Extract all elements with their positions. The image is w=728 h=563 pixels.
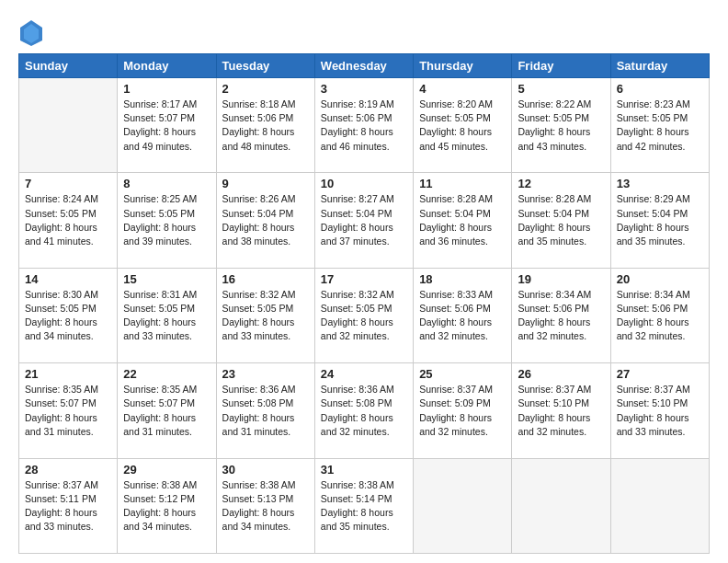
day-number: 14 <box>25 272 111 286</box>
day-number: 3 <box>321 82 407 96</box>
calendar-cell: 11Sunrise: 8:28 AMSunset: 5:04 PMDayligh… <box>414 173 512 268</box>
calendar-cell <box>610 458 709 553</box>
calendar-cell: 13Sunrise: 8:29 AMSunset: 5:04 PMDayligh… <box>610 173 709 268</box>
day-info: Sunrise: 8:24 AMSunset: 5:05 PMDaylight:… <box>25 192 111 248</box>
weekday-header: Wednesday <box>314 54 413 78</box>
day-info: Sunrise: 8:28 AMSunset: 5:04 PMDaylight:… <box>419 192 506 248</box>
calendar-cell <box>512 458 610 553</box>
calendar-cell: 28Sunrise: 8:37 AMSunset: 5:11 PMDayligh… <box>19 458 118 553</box>
day-number: 9 <box>222 177 309 190</box>
day-info: Sunrise: 8:33 AMSunset: 5:06 PMDaylight:… <box>419 288 506 344</box>
day-info: Sunrise: 8:38 AMSunset: 5:13 PMDaylight:… <box>222 478 309 534</box>
day-info: Sunrise: 8:27 AMSunset: 5:04 PMDaylight:… <box>321 192 407 248</box>
day-number: 25 <box>419 367 506 381</box>
day-number: 31 <box>321 463 407 477</box>
day-info: Sunrise: 8:37 AMSunset: 5:10 PMDaylight:… <box>518 383 604 439</box>
weekday-header: Sunday <box>19 54 118 78</box>
day-number: 21 <box>25 367 111 381</box>
day-info: Sunrise: 8:18 AMSunset: 5:06 PMDaylight:… <box>222 98 309 154</box>
day-number: 8 <box>123 177 210 190</box>
day-info: Sunrise: 8:36 AMSunset: 5:08 PMDaylight:… <box>321 383 407 439</box>
calendar-cell: 30Sunrise: 8:38 AMSunset: 5:13 PMDayligh… <box>216 458 314 553</box>
calendar-cell: 22Sunrise: 8:35 AMSunset: 5:07 PMDayligh… <box>118 363 216 458</box>
day-number: 1 <box>123 82 210 96</box>
day-info: Sunrise: 8:34 AMSunset: 5:06 PMDaylight:… <box>518 288 604 344</box>
calendar-cell: 14Sunrise: 8:30 AMSunset: 5:05 PMDayligh… <box>19 268 118 362</box>
calendar-week-row: 14Sunrise: 8:30 AMSunset: 5:05 PMDayligh… <box>19 268 710 362</box>
day-number: 26 <box>518 367 604 381</box>
day-number: 28 <box>25 463 111 477</box>
weekday-header: Friday <box>512 54 610 78</box>
calendar-cell: 27Sunrise: 8:37 AMSunset: 5:10 PMDayligh… <box>610 363 709 458</box>
calendar-cell: 12Sunrise: 8:28 AMSunset: 5:04 PMDayligh… <box>512 173 610 268</box>
day-number: 12 <box>518 177 604 190</box>
calendar-header-row: SundayMondayTuesdayWednesdayThursdayFrid… <box>19 54 710 78</box>
day-number: 30 <box>222 463 309 477</box>
day-number: 4 <box>419 82 506 96</box>
day-number: 29 <box>123 463 210 477</box>
day-info: Sunrise: 8:37 AMSunset: 5:10 PMDaylight:… <box>617 383 703 439</box>
day-info: Sunrise: 8:35 AMSunset: 5:07 PMDaylight:… <box>25 383 111 439</box>
day-info: Sunrise: 8:17 AMSunset: 5:07 PMDaylight:… <box>123 98 210 154</box>
calendar-cell: 1Sunrise: 8:17 AMSunset: 5:07 PMDaylight… <box>118 78 216 173</box>
calendar-cell: 5Sunrise: 8:22 AMSunset: 5:05 PMDaylight… <box>512 78 610 173</box>
calendar-cell: 23Sunrise: 8:36 AMSunset: 5:08 PMDayligh… <box>216 363 314 458</box>
calendar-cell: 2Sunrise: 8:18 AMSunset: 5:06 PMDaylight… <box>216 78 314 173</box>
day-info: Sunrise: 8:38 AMSunset: 5:14 PMDaylight:… <box>321 478 407 534</box>
day-number: 19 <box>518 272 604 286</box>
calendar-cell: 10Sunrise: 8:27 AMSunset: 5:04 PMDayligh… <box>314 173 413 268</box>
day-number: 2 <box>222 82 309 96</box>
day-number: 20 <box>617 272 703 286</box>
calendar-cell: 3Sunrise: 8:19 AMSunset: 5:06 PMDaylight… <box>314 78 413 173</box>
calendar-cell: 24Sunrise: 8:36 AMSunset: 5:08 PMDayligh… <box>314 363 413 458</box>
day-info: Sunrise: 8:37 AMSunset: 5:09 PMDaylight:… <box>419 383 506 439</box>
calendar-week-row: 21Sunrise: 8:35 AMSunset: 5:07 PMDayligh… <box>19 363 710 458</box>
calendar-cell: 7Sunrise: 8:24 AMSunset: 5:05 PMDaylight… <box>19 173 118 268</box>
day-info: Sunrise: 8:32 AMSunset: 5:05 PMDaylight:… <box>321 288 407 344</box>
day-number: 10 <box>321 177 407 190</box>
day-info: Sunrise: 8:35 AMSunset: 5:07 PMDaylight:… <box>123 383 210 439</box>
day-info: Sunrise: 8:23 AMSunset: 5:05 PMDaylight:… <box>617 98 703 154</box>
calendar-cell: 17Sunrise: 8:32 AMSunset: 5:05 PMDayligh… <box>314 268 413 362</box>
calendar-cell: 9Sunrise: 8:26 AMSunset: 5:04 PMDaylight… <box>216 173 314 268</box>
calendar-cell: 25Sunrise: 8:37 AMSunset: 5:09 PMDayligh… <box>414 363 512 458</box>
day-number: 6 <box>617 82 703 96</box>
day-number: 23 <box>222 367 309 381</box>
calendar-cell: 31Sunrise: 8:38 AMSunset: 5:14 PMDayligh… <box>314 458 413 553</box>
day-number: 11 <box>419 177 506 190</box>
logo <box>18 18 44 44</box>
calendar-cell: 21Sunrise: 8:35 AMSunset: 5:07 PMDayligh… <box>19 363 118 458</box>
calendar-cell: 8Sunrise: 8:25 AMSunset: 5:05 PMDaylight… <box>118 173 216 268</box>
page: SundayMondayTuesdayWednesdayThursdayFrid… <box>0 0 728 563</box>
calendar-week-row: 7Sunrise: 8:24 AMSunset: 5:05 PMDaylight… <box>19 173 710 268</box>
weekday-header: Tuesday <box>216 54 314 78</box>
day-info: Sunrise: 8:29 AMSunset: 5:04 PMDaylight:… <box>617 192 703 248</box>
day-number: 18 <box>419 272 506 286</box>
calendar-cell <box>19 78 118 173</box>
day-info: Sunrise: 8:31 AMSunset: 5:05 PMDaylight:… <box>123 288 210 344</box>
calendar-week-row: 28Sunrise: 8:37 AMSunset: 5:11 PMDayligh… <box>19 458 710 553</box>
calendar-week-row: 1Sunrise: 8:17 AMSunset: 5:07 PMDaylight… <box>19 78 710 173</box>
calendar-table: SundayMondayTuesdayWednesdayThursdayFrid… <box>18 53 710 554</box>
day-info: Sunrise: 8:28 AMSunset: 5:04 PMDaylight:… <box>518 192 604 248</box>
day-info: Sunrise: 8:36 AMSunset: 5:08 PMDaylight:… <box>222 383 309 439</box>
day-number: 16 <box>222 272 309 286</box>
day-number: 17 <box>321 272 407 286</box>
calendar-cell: 4Sunrise: 8:20 AMSunset: 5:05 PMDaylight… <box>414 78 512 173</box>
day-number: 15 <box>123 272 210 286</box>
calendar-cell: 29Sunrise: 8:38 AMSunset: 5:12 PMDayligh… <box>118 458 216 553</box>
day-info: Sunrise: 8:38 AMSunset: 5:12 PMDaylight:… <box>123 478 210 534</box>
weekday-header: Thursday <box>414 54 512 78</box>
day-info: Sunrise: 8:25 AMSunset: 5:05 PMDaylight:… <box>123 192 210 248</box>
calendar-cell: 20Sunrise: 8:34 AMSunset: 5:06 PMDayligh… <box>610 268 709 362</box>
day-info: Sunrise: 8:32 AMSunset: 5:05 PMDaylight:… <box>222 288 309 344</box>
day-number: 7 <box>25 177 111 190</box>
header <box>18 18 710 44</box>
day-info: Sunrise: 8:19 AMSunset: 5:06 PMDaylight:… <box>321 98 407 154</box>
day-number: 24 <box>321 367 407 381</box>
logo-icon <box>18 18 40 44</box>
calendar-cell: 18Sunrise: 8:33 AMSunset: 5:06 PMDayligh… <box>414 268 512 362</box>
day-info: Sunrise: 8:26 AMSunset: 5:04 PMDaylight:… <box>222 192 309 248</box>
day-number: 5 <box>518 82 604 96</box>
day-number: 22 <box>123 367 210 381</box>
